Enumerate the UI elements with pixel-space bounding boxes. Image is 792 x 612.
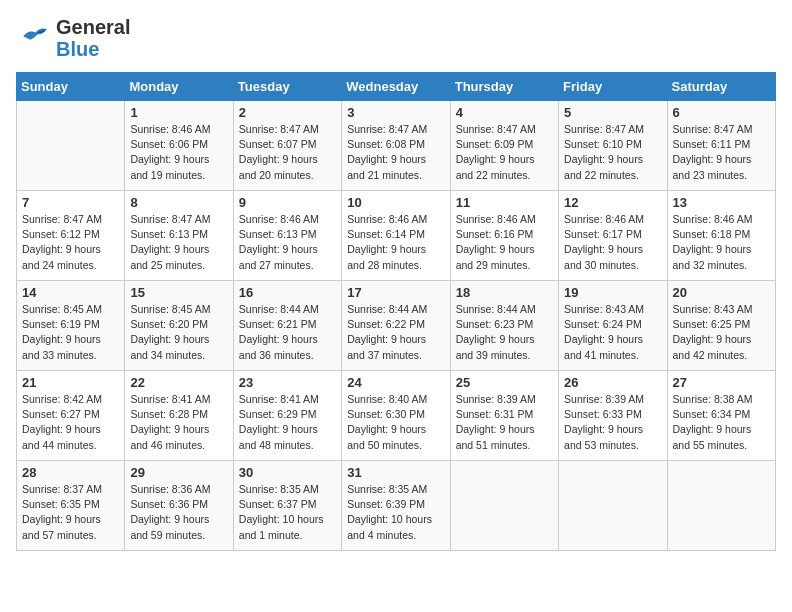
- calendar-cell: 5Sunrise: 8:47 AMSunset: 6:10 PMDaylight…: [559, 101, 667, 191]
- calendar-cell: 26Sunrise: 8:39 AMSunset: 6:33 PMDayligh…: [559, 371, 667, 461]
- weekday-header-sunday: Sunday: [17, 73, 125, 101]
- day-number: 13: [673, 195, 770, 210]
- page-header: General Blue: [16, 16, 776, 60]
- calendar-cell: 31Sunrise: 8:35 AMSunset: 6:39 PMDayligh…: [342, 461, 450, 551]
- day-number: 27: [673, 375, 770, 390]
- cell-details: Sunrise: 8:39 AMSunset: 6:33 PMDaylight:…: [564, 392, 661, 453]
- calendar-cell: 19Sunrise: 8:43 AMSunset: 6:24 PMDayligh…: [559, 281, 667, 371]
- day-number: 30: [239, 465, 336, 480]
- day-number: 1: [130, 105, 227, 120]
- calendar-week-2: 14Sunrise: 8:45 AMSunset: 6:19 PMDayligh…: [17, 281, 776, 371]
- calendar-cell: 9Sunrise: 8:46 AMSunset: 6:13 PMDaylight…: [233, 191, 341, 281]
- day-number: 3: [347, 105, 444, 120]
- weekday-header-tuesday: Tuesday: [233, 73, 341, 101]
- logo-blue: Blue: [56, 38, 130, 60]
- cell-details: Sunrise: 8:47 AMSunset: 6:10 PMDaylight:…: [564, 122, 661, 183]
- day-number: 24: [347, 375, 444, 390]
- logo-general: General: [56, 16, 130, 38]
- cell-details: Sunrise: 8:41 AMSunset: 6:29 PMDaylight:…: [239, 392, 336, 453]
- cell-details: Sunrise: 8:46 AMSunset: 6:14 PMDaylight:…: [347, 212, 444, 273]
- weekday-header-thursday: Thursday: [450, 73, 558, 101]
- calendar-cell: 15Sunrise: 8:45 AMSunset: 6:20 PMDayligh…: [125, 281, 233, 371]
- calendar-cell: 20Sunrise: 8:43 AMSunset: 6:25 PMDayligh…: [667, 281, 775, 371]
- calendar-cell: [667, 461, 775, 551]
- day-number: 29: [130, 465, 227, 480]
- calendar-cell: [450, 461, 558, 551]
- day-number: 5: [564, 105, 661, 120]
- cell-details: Sunrise: 8:38 AMSunset: 6:34 PMDaylight:…: [673, 392, 770, 453]
- calendar-cell: 4Sunrise: 8:47 AMSunset: 6:09 PMDaylight…: [450, 101, 558, 191]
- calendar-cell: 7Sunrise: 8:47 AMSunset: 6:12 PMDaylight…: [17, 191, 125, 281]
- weekday-header-wednesday: Wednesday: [342, 73, 450, 101]
- calendar-week-0: 1Sunrise: 8:46 AMSunset: 6:06 PMDaylight…: [17, 101, 776, 191]
- calendar-cell: 28Sunrise: 8:37 AMSunset: 6:35 PMDayligh…: [17, 461, 125, 551]
- day-number: 17: [347, 285, 444, 300]
- weekday-header-friday: Friday: [559, 73, 667, 101]
- day-number: 14: [22, 285, 119, 300]
- cell-details: Sunrise: 8:47 AMSunset: 6:11 PMDaylight:…: [673, 122, 770, 183]
- day-number: 31: [347, 465, 444, 480]
- calendar-cell: 6Sunrise: 8:47 AMSunset: 6:11 PMDaylight…: [667, 101, 775, 191]
- calendar-cell: 25Sunrise: 8:39 AMSunset: 6:31 PMDayligh…: [450, 371, 558, 461]
- weekday-header-saturday: Saturday: [667, 73, 775, 101]
- cell-details: Sunrise: 8:47 AMSunset: 6:08 PMDaylight:…: [347, 122, 444, 183]
- cell-details: Sunrise: 8:47 AMSunset: 6:07 PMDaylight:…: [239, 122, 336, 183]
- cell-details: Sunrise: 8:46 AMSunset: 6:13 PMDaylight:…: [239, 212, 336, 273]
- day-number: 21: [22, 375, 119, 390]
- cell-details: Sunrise: 8:35 AMSunset: 6:37 PMDaylight:…: [239, 482, 336, 543]
- calendar-cell: 2Sunrise: 8:47 AMSunset: 6:07 PMDaylight…: [233, 101, 341, 191]
- cell-details: Sunrise: 8:36 AMSunset: 6:36 PMDaylight:…: [130, 482, 227, 543]
- calendar-cell: 13Sunrise: 8:46 AMSunset: 6:18 PMDayligh…: [667, 191, 775, 281]
- calendar-cell: 1Sunrise: 8:46 AMSunset: 6:06 PMDaylight…: [125, 101, 233, 191]
- cell-details: Sunrise: 8:46 AMSunset: 6:18 PMDaylight:…: [673, 212, 770, 273]
- cell-details: Sunrise: 8:47 AMSunset: 6:09 PMDaylight:…: [456, 122, 553, 183]
- calendar-body: 1Sunrise: 8:46 AMSunset: 6:06 PMDaylight…: [17, 101, 776, 551]
- day-number: 2: [239, 105, 336, 120]
- cell-details: Sunrise: 8:46 AMSunset: 6:06 PMDaylight:…: [130, 122, 227, 183]
- cell-details: Sunrise: 8:46 AMSunset: 6:17 PMDaylight:…: [564, 212, 661, 273]
- cell-details: Sunrise: 8:45 AMSunset: 6:19 PMDaylight:…: [22, 302, 119, 363]
- calendar-cell: 8Sunrise: 8:47 AMSunset: 6:13 PMDaylight…: [125, 191, 233, 281]
- calendar-cell: 22Sunrise: 8:41 AMSunset: 6:28 PMDayligh…: [125, 371, 233, 461]
- calendar-cell: [559, 461, 667, 551]
- calendar-cell: 18Sunrise: 8:44 AMSunset: 6:23 PMDayligh…: [450, 281, 558, 371]
- calendar-cell: 12Sunrise: 8:46 AMSunset: 6:17 PMDayligh…: [559, 191, 667, 281]
- day-number: 23: [239, 375, 336, 390]
- cell-details: Sunrise: 8:45 AMSunset: 6:20 PMDaylight:…: [130, 302, 227, 363]
- calendar-cell: 17Sunrise: 8:44 AMSunset: 6:22 PMDayligh…: [342, 281, 450, 371]
- day-number: 16: [239, 285, 336, 300]
- cell-details: Sunrise: 8:44 AMSunset: 6:22 PMDaylight:…: [347, 302, 444, 363]
- cell-details: Sunrise: 8:41 AMSunset: 6:28 PMDaylight:…: [130, 392, 227, 453]
- cell-details: Sunrise: 8:44 AMSunset: 6:23 PMDaylight:…: [456, 302, 553, 363]
- day-number: 12: [564, 195, 661, 210]
- cell-details: Sunrise: 8:39 AMSunset: 6:31 PMDaylight:…: [456, 392, 553, 453]
- day-number: 8: [130, 195, 227, 210]
- calendar-cell: 30Sunrise: 8:35 AMSunset: 6:37 PMDayligh…: [233, 461, 341, 551]
- day-number: 28: [22, 465, 119, 480]
- day-number: 4: [456, 105, 553, 120]
- cell-details: Sunrise: 8:46 AMSunset: 6:16 PMDaylight:…: [456, 212, 553, 273]
- calendar-table: SundayMondayTuesdayWednesdayThursdayFrid…: [16, 72, 776, 551]
- cell-details: Sunrise: 8:43 AMSunset: 6:24 PMDaylight:…: [564, 302, 661, 363]
- weekday-header-row: SundayMondayTuesdayWednesdayThursdayFrid…: [17, 73, 776, 101]
- weekday-header-monday: Monday: [125, 73, 233, 101]
- calendar-week-1: 7Sunrise: 8:47 AMSunset: 6:12 PMDaylight…: [17, 191, 776, 281]
- day-number: 7: [22, 195, 119, 210]
- cell-details: Sunrise: 8:47 AMSunset: 6:13 PMDaylight:…: [130, 212, 227, 273]
- calendar-cell: 21Sunrise: 8:42 AMSunset: 6:27 PMDayligh…: [17, 371, 125, 461]
- calendar-cell: 10Sunrise: 8:46 AMSunset: 6:14 PMDayligh…: [342, 191, 450, 281]
- calendar-cell: 16Sunrise: 8:44 AMSunset: 6:21 PMDayligh…: [233, 281, 341, 371]
- calendar-cell: 27Sunrise: 8:38 AMSunset: 6:34 PMDayligh…: [667, 371, 775, 461]
- day-number: 22: [130, 375, 227, 390]
- calendar-cell: 3Sunrise: 8:47 AMSunset: 6:08 PMDaylight…: [342, 101, 450, 191]
- day-number: 19: [564, 285, 661, 300]
- cell-details: Sunrise: 8:44 AMSunset: 6:21 PMDaylight:…: [239, 302, 336, 363]
- day-number: 15: [130, 285, 227, 300]
- day-number: 26: [564, 375, 661, 390]
- cell-details: Sunrise: 8:43 AMSunset: 6:25 PMDaylight:…: [673, 302, 770, 363]
- day-number: 25: [456, 375, 553, 390]
- calendar-week-3: 21Sunrise: 8:42 AMSunset: 6:27 PMDayligh…: [17, 371, 776, 461]
- logo: General Blue: [16, 16, 130, 60]
- calendar-cell: 11Sunrise: 8:46 AMSunset: 6:16 PMDayligh…: [450, 191, 558, 281]
- day-number: 10: [347, 195, 444, 210]
